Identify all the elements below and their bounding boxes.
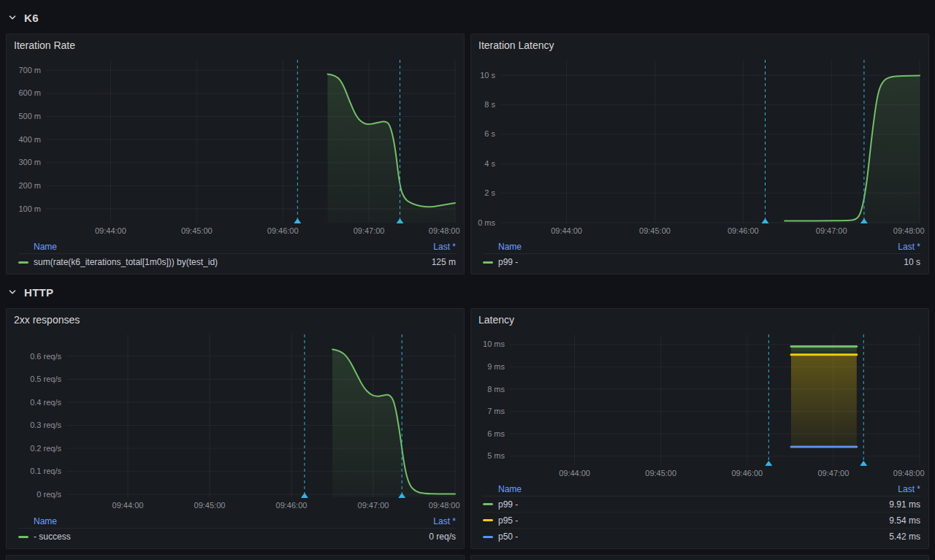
- legend-rows: p99 -9.91 msp95 -9.54 msp50 -5.42 ms: [483, 496, 920, 545]
- legend-row: p99 -9.91 ms: [483, 496, 920, 513]
- svg-text:0 ms: 0 ms: [478, 218, 495, 227]
- chevron-down-icon: [7, 12, 18, 23]
- panel-title[interactable]: 2xx responses: [7, 309, 464, 329]
- panel-latency: Latency 5 ms6 ms7 ms8 ms9 ms10 ms09:44:0…: [470, 308, 929, 549]
- svg-text:700 m: 700 m: [18, 66, 41, 74]
- panel-2xx-responses: 2xx responses 0 req/s0.1 req/s0.2 req/s0…: [6, 308, 465, 549]
- svg-text:300 m: 300 m: [18, 158, 41, 166]
- svg-text:09:45:00: 09:45:00: [194, 501, 226, 510]
- svg-text:09:46:00: 09:46:00: [731, 469, 763, 477]
- legend-header-name[interactable]: Name: [498, 484, 522, 494]
- legend-series[interactable]: p95 -: [483, 515, 518, 526]
- legend: Name Last * sum(rate(k6_iterations_total…: [7, 238, 464, 274]
- svg-text:8 ms: 8 ms: [487, 385, 505, 394]
- series-color-marker: [483, 503, 493, 505]
- legend-rows: p99 -10 s: [483, 254, 920, 270]
- panel-iteration-latency: Iteration Latency 0 ms2 s4 s6 s8 s10 s09…: [470, 34, 929, 275]
- legend-row: p50 -5.42 ms: [483, 529, 920, 545]
- series-color-marker: [18, 536, 28, 538]
- svg-text:09:48:00: 09:48:00: [429, 226, 460, 235]
- svg-text:5 ms: 5 ms: [487, 451, 505, 460]
- svg-text:09:44:00: 09:44:00: [559, 469, 590, 477]
- panel-title[interactable]: Iteration Latency: [471, 34, 928, 54]
- svg-text:10 ms: 10 ms: [483, 340, 505, 348]
- section-title: HTTP: [24, 286, 53, 299]
- svg-text:6 s: 6 s: [484, 129, 495, 138]
- chart-area[interactable]: 0 ms2 s4 s6 s8 s10 s09:44:0009:45:0009:4…: [471, 54, 928, 238]
- panel-title[interactable]: Latency: [471, 309, 928, 329]
- section-header-http[interactable]: HTTP: [6, 280, 929, 304]
- svg-text:0.6 req/s: 0.6 req/s: [30, 352, 61, 361]
- panel-title[interactable]: Iteration Rate: [7, 34, 464, 54]
- series-color-marker: [483, 261, 493, 264]
- legend-header-name[interactable]: Name: [498, 242, 522, 252]
- legend-label: p99 -: [498, 499, 518, 510]
- legend-value: 10 s: [895, 257, 920, 267]
- legend-series[interactable]: - success: [18, 532, 71, 542]
- legend-label: p50 -: [498, 532, 518, 542]
- svg-text:09:48:00: 09:48:00: [429, 501, 460, 510]
- svg-text:09:46:00: 09:46:00: [728, 226, 759, 235]
- legend-series[interactable]: p50 -: [483, 532, 518, 542]
- svg-text:9 ms: 9 ms: [487, 362, 505, 371]
- legend-label: p95 -: [498, 515, 518, 526]
- legend-value: 125 m: [423, 257, 456, 267]
- svg-text:09:44:00: 09:44:00: [551, 226, 582, 235]
- chevron-down-icon: [7, 287, 18, 297]
- legend-header: Name Last *: [483, 482, 920, 496]
- panel-row-k6: Iteration Rate 100 m200 m300 m400 m500 m…: [6, 34, 929, 275]
- svg-text:10 s: 10 s: [480, 71, 495, 80]
- section-title: K6: [24, 12, 39, 24]
- svg-text:09:48:00: 09:48:00: [893, 469, 925, 477]
- legend-header-last[interactable]: Last *: [898, 484, 920, 494]
- svg-text:500 m: 500 m: [18, 112, 41, 120]
- series-color-marker: [18, 261, 28, 264]
- svg-text:600 m: 600 m: [18, 88, 41, 97]
- svg-text:0.3 req/s: 0.3 req/s: [30, 421, 61, 429]
- chart-canvas[interactable]: 5 ms6 ms7 ms8 ms9 ms10 ms09:44:0009:45:0…: [471, 329, 928, 480]
- legend: Name Last * p99 -9.91 msp95 -9.54 msp50 …: [471, 480, 928, 548]
- legend-label: - success: [34, 532, 71, 542]
- legend-series[interactable]: p99 -: [483, 499, 518, 510]
- svg-text:09:47:00: 09:47:00: [354, 226, 385, 235]
- legend-header-last[interactable]: Last *: [898, 242, 920, 252]
- chart-canvas[interactable]: 0 req/s0.1 req/s0.2 req/s0.3 req/s0.4 re…: [7, 329, 464, 513]
- legend-series[interactable]: sum(rate(k6_iterations_total[1m0s])) by(…: [18, 257, 218, 267]
- svg-text:4 s: 4 s: [484, 159, 495, 168]
- legend-header-last[interactable]: Last *: [433, 516, 456, 526]
- svg-text:09:48:00: 09:48:00: [893, 226, 925, 235]
- legend-header-name[interactable]: Name: [34, 516, 57, 526]
- svg-text:6 ms: 6 ms: [487, 429, 505, 438]
- chart-area[interactable]: 0 req/s0.1 req/s0.2 req/s0.3 req/s0.4 re…: [7, 329, 464, 513]
- panel-row-next: [6, 555, 929, 560]
- legend-row: - success0 req/s: [18, 529, 456, 545]
- legend-header-last[interactable]: Last *: [433, 242, 456, 252]
- svg-text:8 s: 8 s: [484, 100, 495, 109]
- svg-text:09:47:00: 09:47:00: [358, 501, 389, 510]
- svg-text:09:47:00: 09:47:00: [816, 226, 847, 235]
- chart-area[interactable]: 100 m200 m300 m400 m500 m600 m700 m09:44…: [7, 54, 464, 238]
- legend-series[interactable]: p99 -: [483, 257, 518, 267]
- legend: Name Last * p99 -10 s: [471, 238, 928, 274]
- legend: Name Last * - success0 req/s: [7, 513, 464, 548]
- svg-text:0.2 req/s: 0.2 req/s: [30, 444, 61, 453]
- panel-iteration-rate: Iteration Rate 100 m200 m300 m400 m500 m…: [6, 34, 465, 275]
- legend-label: p99 -: [498, 257, 518, 267]
- legend-value: 0 req/s: [420, 532, 456, 542]
- svg-text:2 s: 2 s: [484, 188, 495, 197]
- legend-value: 5.42 ms: [880, 532, 920, 542]
- chart-canvas[interactable]: 0 ms2 s4 s6 s8 s10 s09:44:0009:45:0009:4…: [471, 54, 928, 238]
- section-header-k6[interactable]: K6: [6, 6, 929, 29]
- svg-text:09:46:00: 09:46:00: [267, 226, 299, 235]
- svg-text:09:44:00: 09:44:00: [95, 226, 126, 235]
- legend-value: 9.91 ms: [880, 499, 920, 510]
- chart-canvas[interactable]: 100 m200 m300 m400 m500 m600 m700 m09:44…: [7, 54, 464, 238]
- chart-area[interactable]: 5 ms6 ms7 ms8 ms9 ms10 ms09:44:0009:45:0…: [471, 329, 928, 480]
- legend-label: sum(rate(k6_iterations_total[1m0s])) by(…: [34, 257, 218, 267]
- svg-text:7 ms: 7 ms: [487, 407, 505, 415]
- legend-header: Name Last *: [483, 239, 920, 254]
- svg-text:100 m: 100 m: [18, 204, 41, 213]
- dashboard: K6 Iteration Rate 100 m200 m300 m400 m50…: [0, 0, 935, 560]
- legend-header-name[interactable]: Name: [34, 242, 57, 252]
- legend-rows: - success0 req/s: [18, 529, 456, 545]
